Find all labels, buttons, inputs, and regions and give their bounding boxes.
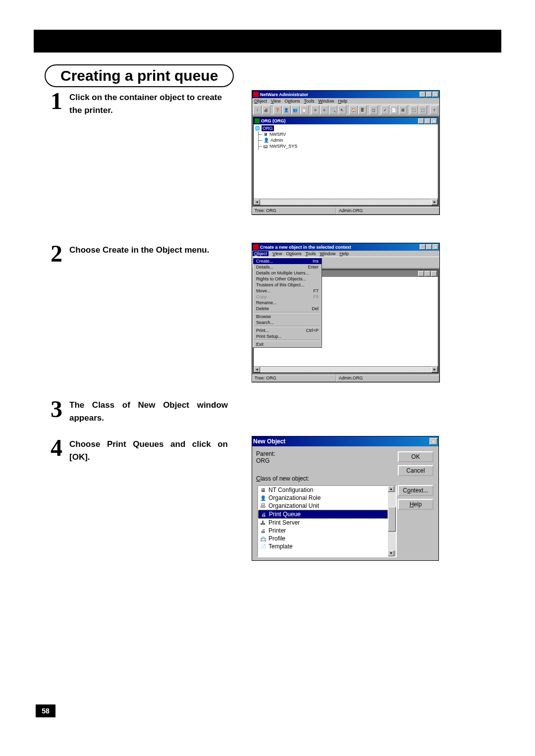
cancel-button[interactable]: Cancel bbox=[398, 465, 433, 476]
menu-view[interactable]: View bbox=[271, 99, 280, 104]
menu-help[interactable]: Help bbox=[339, 251, 349, 256]
toolbar-button[interactable]: ❓ bbox=[273, 106, 282, 114]
toolbar-button[interactable]: 👥 bbox=[291, 106, 300, 114]
toolbar-button[interactable]: ↑ bbox=[253, 106, 262, 114]
list-item[interactable]: 🖧Print Server bbox=[258, 519, 388, 527]
scroll-down-button[interactable]: ▼ bbox=[388, 550, 394, 556]
toolbar-button[interactable]: ⬚ bbox=[410, 106, 418, 114]
menu-item[interactable]: Move...F7 bbox=[253, 288, 321, 294]
list-item[interactable]: 👤Organizational Role bbox=[258, 494, 388, 502]
toolbar-button[interactable]: ⬚ bbox=[419, 106, 427, 114]
scroll-thumb[interactable] bbox=[388, 507, 396, 532]
menu-help[interactable]: Help bbox=[338, 99, 347, 104]
toolbar-button[interactable]: ? bbox=[430, 106, 438, 114]
toolbar-button[interactable]: 📋 bbox=[300, 106, 309, 114]
tree-node[interactable]: NWSRV_SYS bbox=[269, 143, 297, 149]
mdi-close-button[interactable]: × bbox=[431, 271, 437, 276]
menu-options[interactable]: Options bbox=[286, 251, 301, 256]
toolbar-button[interactable]: ≡ bbox=[320, 106, 328, 114]
menu-item[interactable]: Print Setup... bbox=[253, 333, 321, 339]
maximize-button[interactable]: □ bbox=[426, 92, 432, 97]
toolbar-button[interactable]: 📄 bbox=[390, 106, 398, 114]
menu-view[interactable]: View bbox=[272, 251, 282, 256]
menu-item[interactable]: Copy...F8 bbox=[253, 294, 321, 300]
menu-item[interactable]: Print...Ctrl+P bbox=[253, 327, 321, 333]
menu-object[interactable]: Object bbox=[253, 251, 268, 256]
server-icon: 🖥 bbox=[264, 131, 268, 137]
toolbar-button[interactable]: ↖ bbox=[338, 106, 346, 114]
menu-item[interactable]: Details...Enter bbox=[253, 264, 321, 270]
horizontal-scrollbar[interactable]: ◄ ► bbox=[254, 366, 438, 373]
menu-item[interactable]: DeleteDel bbox=[253, 306, 321, 312]
mdi-minimize-button[interactable]: _ bbox=[418, 118, 424, 124]
toolbar-button[interactable]: ≡ bbox=[311, 106, 320, 114]
menu-item[interactable]: Search... bbox=[253, 320, 321, 325]
scroll-right-button[interactable]: ► bbox=[431, 367, 438, 373]
list-item-icon: 📇 bbox=[260, 535, 267, 542]
statusbar: Tree: ORG Admin.ORG bbox=[252, 374, 439, 382]
scroll-track[interactable] bbox=[388, 492, 396, 550]
list-item[interactable]: 🖥NT Configuration bbox=[258, 486, 388, 494]
mdi-titlebar[interactable]: ORG (ORG) _ □ × bbox=[254, 117, 438, 124]
menu-item[interactable]: Browse bbox=[253, 314, 321, 320]
menu-object[interactable]: Object bbox=[254, 99, 267, 104]
close-button[interactable]: × bbox=[432, 244, 438, 250]
menu-tools[interactable]: Tools bbox=[304, 99, 314, 104]
scroll-left-button[interactable]: ◄ bbox=[254, 367, 260, 373]
menu-item[interactable]: Rights to Other Objects... bbox=[253, 276, 321, 282]
class-listbox[interactable]: 🖥NT Configuration👤Organizational Role品Or… bbox=[257, 485, 397, 557]
menu-item[interactable]: Exit bbox=[253, 341, 321, 347]
toolbar-button[interactable]: ◻ bbox=[370, 106, 378, 114]
menu-item[interactable]: Details on Multiple Users... bbox=[253, 270, 321, 276]
menu-window[interactable]: Window bbox=[318, 99, 334, 104]
window-titlebar[interactable]: Create a new object in the selected cont… bbox=[252, 243, 439, 251]
toolbar-button[interactable]: ✓ bbox=[381, 106, 389, 114]
scroll-track[interactable] bbox=[260, 199, 431, 205]
mdi-minimize-button[interactable]: _ bbox=[418, 271, 424, 276]
menu-tools[interactable]: Tools bbox=[305, 251, 316, 256]
mdi-maximize-button[interactable]: □ bbox=[425, 118, 430, 124]
scroll-left-button[interactable]: ◄ bbox=[254, 199, 260, 205]
toolbar-button[interactable]: 🖨 bbox=[262, 106, 270, 114]
list-item[interactable]: 🖨Print Queue bbox=[258, 510, 388, 519]
tree-root[interactable]: ORG bbox=[262, 125, 274, 131]
object-dropdown-menu[interactable]: Create...InsDetails...EnterDetails on Mu… bbox=[253, 258, 322, 348]
list-item[interactable]: 📇Profile bbox=[258, 535, 388, 542]
tree-node[interactable]: NWSRV bbox=[269, 131, 286, 137]
ok-button[interactable]: OK bbox=[398, 451, 433, 462]
maximize-button[interactable]: □ bbox=[426, 244, 432, 250]
help-button[interactable]: Help bbox=[398, 499, 433, 510]
mdi-maximize-button[interactable]: □ bbox=[425, 271, 430, 276]
list-item[interactable]: 品Organizational Unit bbox=[258, 502, 388, 510]
dialog-titlebar[interactable]: New Object × bbox=[252, 436, 438, 446]
menu-item[interactable]: Create...Ins bbox=[253, 258, 321, 264]
close-button[interactable]: × bbox=[432, 92, 438, 97]
minimize-button[interactable]: _ bbox=[420, 92, 426, 97]
toolbar-button[interactable]: 🏠 bbox=[349, 106, 358, 114]
scroll-track[interactable] bbox=[260, 367, 431, 373]
scroll-up-button[interactable]: ▲ bbox=[388, 486, 394, 492]
minimize-button[interactable]: _ bbox=[420, 244, 426, 250]
menu-item[interactable]: Trustees of this Object... bbox=[253, 282, 321, 288]
list-item[interactable]: 📄Template bbox=[258, 542, 388, 550]
tree-view[interactable]: 🌐ORG 🖥NWSRV 👤Admin 🖴NWSRV_SYS bbox=[254, 124, 438, 199]
menu-options[interactable]: Options bbox=[284, 99, 300, 104]
menubar[interactable]: Object View Options Tools Window Help bbox=[252, 251, 439, 257]
close-button[interactable]: × bbox=[429, 438, 437, 445]
toolbar-button[interactable]: ⊞ bbox=[399, 106, 407, 114]
context-button[interactable]: Context... bbox=[398, 485, 433, 496]
list-item[interactable]: 🖨Printer bbox=[258, 527, 388, 535]
menu-item[interactable]: Rename... bbox=[253, 300, 321, 306]
step-2-number: 2 bbox=[51, 242, 62, 266]
vertical-scrollbar[interactable]: ▲ ▼ bbox=[388, 486, 396, 556]
window-titlebar[interactable]: NetWare Administrator _ □ × bbox=[252, 91, 439, 98]
menu-window[interactable]: Window bbox=[320, 251, 335, 256]
horizontal-scrollbar[interactable]: ◄ ► bbox=[254, 199, 438, 205]
toolbar-button[interactable]: ≣ bbox=[358, 106, 367, 114]
toolbar-button[interactable]: 👤 bbox=[282, 106, 291, 114]
toolbar-button[interactable]: 🔍 bbox=[329, 106, 337, 114]
menubar[interactable]: Object View Options Tools Window Help bbox=[252, 98, 439, 104]
mdi-close-button[interactable]: × bbox=[431, 118, 437, 124]
tree-node[interactable]: Admin bbox=[270, 137, 283, 143]
scroll-right-button[interactable]: ► bbox=[431, 199, 438, 205]
